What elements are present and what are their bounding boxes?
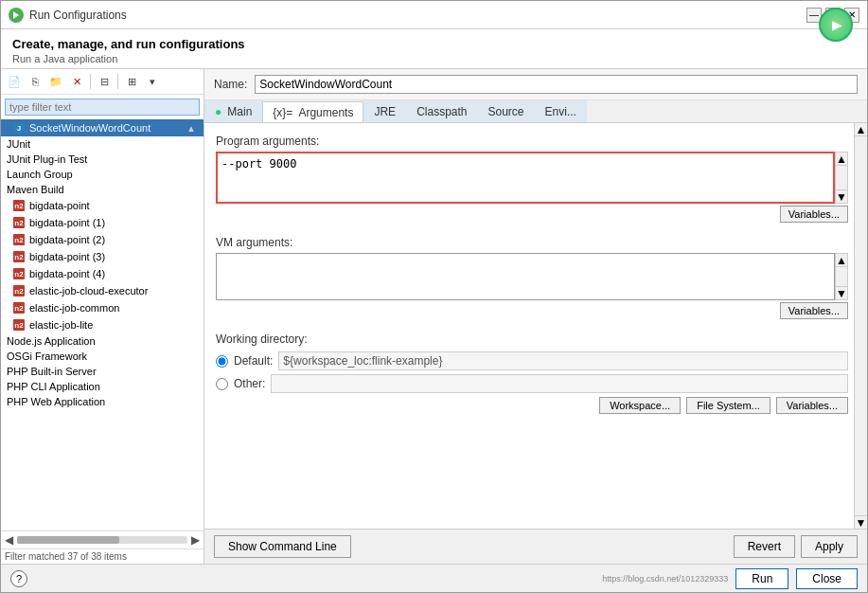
default-value-input[interactable] bbox=[278, 351, 848, 370]
run-button[interactable]: Run bbox=[735, 568, 788, 589]
svg-marker-0 bbox=[13, 11, 19, 19]
main-tab-icon: ● bbox=[215, 105, 221, 118]
scroll-track-vm bbox=[836, 267, 847, 286]
toolbar-separator2 bbox=[117, 74, 118, 89]
app-icon bbox=[9, 8, 24, 23]
workspace-button[interactable]: Workspace... bbox=[599, 397, 681, 414]
sidebar-item-php-cli[interactable]: PHP CLI Application bbox=[1, 379, 204, 394]
sidebar-item-elastic2[interactable]: n2 elastic-job-common bbox=[1, 299, 204, 316]
sidebar-item-bigdata1[interactable]: n2 bigdata-point bbox=[1, 197, 204, 214]
scroll-up-prog[interactable]: ▲ bbox=[836, 153, 847, 166]
scroll-down-vm[interactable]: ▼ bbox=[836, 286, 847, 299]
revert-button[interactable]: Revert bbox=[734, 535, 795, 558]
sidebar-item-bigdata2[interactable]: n2 bigdata-point (1) bbox=[1, 214, 204, 231]
sidebar-item-socket[interactable]: J SocketWindowWordCount ▲ bbox=[1, 119, 204, 136]
sidebar-item-bigdata4[interactable]: n2 bigdata-point (3) bbox=[1, 248, 204, 265]
new-config-button[interactable]: 📄 bbox=[5, 72, 24, 91]
program-arguments-label: Program arguments: bbox=[216, 135, 848, 148]
sidebar-scroll-controls: ◀ ▶ bbox=[1, 530, 204, 548]
filesystem-button[interactable]: File System... bbox=[686, 397, 771, 414]
help-button[interactable]: ? bbox=[10, 570, 27, 587]
sidebar-item-label: JUnit Plug-in Test bbox=[7, 153, 87, 165]
sidebar-item-maven[interactable]: Maven Build bbox=[1, 182, 204, 197]
tab-source[interactable]: Source bbox=[478, 100, 535, 122]
tab-classpath[interactable]: Classpath bbox=[406, 100, 477, 122]
sidebar-item-bigdata5[interactable]: n2 bigdata-point (4) bbox=[1, 265, 204, 282]
title-bar: Run Configurations — □ ✕ bbox=[1, 1, 867, 29]
sidebar-item-nodejs[interactable]: Node.js Application bbox=[1, 333, 204, 349]
variables-button-2[interactable]: Variables... bbox=[780, 302, 848, 319]
sidebar-item-label: SocketWindowWordCount bbox=[29, 122, 151, 134]
delete-button[interactable]: ✕ bbox=[67, 72, 86, 91]
sidebar-item-junit-plugin[interactable]: JUnit Plug-in Test bbox=[1, 152, 204, 167]
scroll-up-vm[interactable]: ▲ bbox=[836, 254, 847, 267]
bottom-bar: Show Command Line Revert Apply bbox=[204, 529, 867, 564]
sidebar-item-php-web[interactable]: PHP Web Application bbox=[1, 394, 204, 409]
sidebar-item-label: elastic-job-cloud-executor bbox=[29, 285, 148, 296]
content-scroll-down[interactable]: ▼ bbox=[855, 515, 867, 529]
vm-arguments-label: VM arguments: bbox=[216, 236, 848, 249]
header-title: Create, manage, and run configurations bbox=[12, 37, 856, 51]
name-input[interactable] bbox=[255, 75, 858, 94]
other-radio[interactable] bbox=[216, 378, 228, 390]
sidebar-item-label: PHP CLI Application bbox=[7, 381, 100, 392]
header-subtitle: Run a Java application bbox=[12, 53, 856, 64]
tab-jre[interactable]: JRE bbox=[363, 100, 406, 122]
create-folder-button[interactable]: 📁 bbox=[46, 72, 65, 91]
apply-button[interactable]: Apply bbox=[801, 535, 858, 558]
filter-input-wrapper bbox=[5, 99, 200, 116]
n2-icon: n2 bbox=[12, 267, 26, 280]
scroll-left-arrow[interactable]: ◀ bbox=[5, 533, 13, 547]
content-scroll-up[interactable]: ▲ bbox=[855, 123, 867, 136]
sidebar-item-label: OSGi Framework bbox=[7, 350, 87, 362]
filter-input[interactable] bbox=[5, 99, 200, 116]
other-value-input[interactable] bbox=[271, 374, 848, 393]
more-button[interactable]: ▾ bbox=[143, 72, 162, 91]
prog-args-scrollbar: ▲ ▼ bbox=[835, 152, 848, 204]
footer-url: https://blog.csdn.net/1012329333 bbox=[602, 574, 728, 584]
program-arguments-input[interactable] bbox=[216, 152, 835, 204]
wd-buttons: Workspace... File System... Variables... bbox=[216, 397, 848, 414]
vm-arguments-input[interactable] bbox=[216, 253, 835, 300]
filter-button[interactable]: ⊟ bbox=[95, 72, 114, 91]
sidebar-item-elastic1[interactable]: n2 elastic-job-cloud-executor bbox=[1, 282, 204, 299]
n2-icon: n2 bbox=[12, 216, 26, 229]
n2-icon: n2 bbox=[12, 301, 26, 314]
sidebar-toolbar: 📄 ⎘ 📁 ✕ ⊟ ⊞ ▾ bbox=[1, 69, 204, 95]
default-radio[interactable] bbox=[216, 355, 228, 368]
tab-main-label: Main bbox=[227, 105, 252, 118]
sidebar-item-junit[interactable]: JUnit bbox=[1, 136, 204, 152]
sidebar-item-label: bigdata-point (3) bbox=[29, 251, 105, 262]
variables-button-1[interactable]: Variables... bbox=[780, 206, 848, 223]
tabs-bar: ● Main {x}= Arguments JRE Classpath Sour… bbox=[204, 100, 867, 123]
n2-icon: n2 bbox=[12, 284, 26, 297]
sidebar-item-label: bigdata-point (1) bbox=[29, 217, 105, 228]
name-label: Name: bbox=[214, 78, 247, 91]
sidebar-item-osgi[interactable]: OSGi Framework bbox=[1, 349, 204, 364]
close-button[interactable]: Close bbox=[796, 568, 858, 589]
sidebar-item-label: bigdata-point (4) bbox=[29, 268, 105, 279]
vm-arguments-wrapper: ▲ ▼ bbox=[216, 253, 848, 300]
vm-arguments-section: VM arguments: ▲ ▼ Variables... bbox=[216, 236, 848, 319]
working-directory-section: Working directory: Default: Other: Works… bbox=[216, 332, 848, 414]
scroll-down-prog[interactable]: ▼ bbox=[836, 189, 847, 203]
collapse-button[interactable]: ⊞ bbox=[122, 72, 141, 91]
default-row: Default: bbox=[216, 351, 848, 370]
tab-environment[interactable]: Envi... bbox=[535, 100, 587, 122]
duplicate-button[interactable]: ⎘ bbox=[26, 72, 44, 91]
sidebar-item-bigdata3[interactable]: n2 bigdata-point (2) bbox=[1, 231, 204, 248]
clearfix2: Variables... bbox=[216, 300, 848, 319]
bottom-left: Show Command Line bbox=[214, 535, 351, 558]
variables-button-3[interactable]: Variables... bbox=[776, 397, 848, 414]
footer: ? https://blog.csdn.net/1012329333 Run C… bbox=[1, 564, 867, 592]
clearfix: Variables... bbox=[216, 204, 848, 223]
sidebar-item-php-builtin[interactable]: PHP Built-in Server bbox=[1, 364, 204, 379]
sidebar-item-elastic3[interactable]: n2 elastic-job-lite bbox=[1, 316, 204, 333]
show-command-line-button[interactable]: Show Command Line bbox=[214, 535, 351, 558]
sidebar-scrollbar[interactable] bbox=[17, 536, 187, 544]
scroll-right-arrow[interactable]: ▶ bbox=[191, 533, 200, 547]
bottom-right: Revert Apply bbox=[734, 535, 858, 558]
tab-main[interactable]: ● Main bbox=[204, 100, 262, 122]
sidebar-item-launch-group[interactable]: Launch Group bbox=[1, 167, 204, 182]
tab-arguments[interactable]: {x}= Arguments bbox=[262, 101, 363, 123]
